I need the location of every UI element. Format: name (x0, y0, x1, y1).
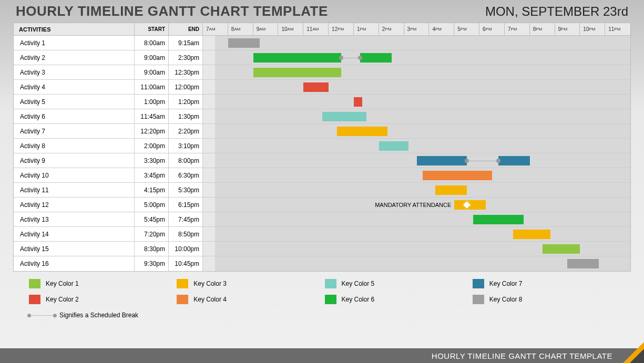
activity-name: Activity 1 (14, 36, 135, 50)
activity-end: 8:50pm (169, 227, 203, 241)
hour-label: 11PM (605, 23, 630, 35)
legend-swatch (177, 295, 188, 304)
hour-label: 6PM (479, 23, 505, 35)
activity-row: Activity 39:00am12:30pm (14, 65, 630, 80)
activity-start: 1:00pm (135, 95, 169, 109)
break-line-icon (29, 315, 55, 316)
activity-bars (203, 168, 630, 182)
gantt-chart: ACTIVITIES START END 7AM8AM9AM10AM11AM12… (13, 23, 631, 272)
activity-start: 8:30pm (135, 242, 169, 256)
activity-bars (203, 95, 630, 109)
activity-row: Activity 611:45am1:30pm (14, 109, 630, 124)
activity-row: Activity 114:15pm5:30pm (14, 183, 630, 198)
activity-row: Activity 103:45pm6:30pm (14, 168, 630, 183)
hour-label: 8PM (530, 23, 555, 35)
activity-row: Activity 93:30pm8:00pm (14, 153, 630, 168)
activity-start: 4:15pm (135, 183, 169, 197)
activity-name: Activity 14 (14, 227, 135, 241)
legend-item: Key Color 3 (177, 279, 319, 288)
activity-start: 11:45am (135, 109, 169, 123)
annotation: MANDATORY ATTENDANCE (375, 202, 454, 208)
activity-row: Activity 29:00am2:30pm (14, 50, 630, 65)
hour-label: 8AM (228, 23, 253, 35)
activity-name: Activity 8 (14, 139, 135, 153)
page-date: MON, SEPTEMBER 23rd (485, 4, 628, 19)
activity-bars (203, 124, 630, 138)
gantt-bar (423, 171, 492, 180)
activity-end: 1:30pm (169, 109, 203, 123)
activity-start: 9:00am (135, 65, 169, 79)
legend-swatch (29, 279, 40, 288)
activity-bars (203, 80, 630, 94)
activity-end: 12:30pm (169, 65, 203, 79)
gantt-bar (253, 68, 341, 77)
legend: Key Color 1Key Color 3Key Color 5Key Col… (29, 279, 615, 304)
activity-end: 2:20pm (169, 124, 203, 138)
gantt-bar (435, 185, 467, 195)
activity-name: Activity 13 (14, 212, 135, 226)
gantt-bar (498, 156, 530, 165)
activity-name: Activity 9 (14, 153, 135, 168)
activity-name: Activity 10 (14, 168, 135, 182)
break-line (467, 161, 498, 161)
hour-label: 3PM (404, 23, 430, 35)
footer: HOURLY TIMELINE GANTT CHART TEMPLATE (0, 348, 644, 363)
activity-bars (203, 153, 630, 168)
hour-label: 9AM (253, 23, 279, 35)
activity-name: Activity 11 (14, 183, 135, 197)
gantt-bar (543, 244, 580, 254)
activity-end: 2:30pm (169, 50, 203, 65)
activity-name: Activity 6 (14, 109, 135, 123)
legend-swatch (325, 295, 336, 304)
break-dot-icon (339, 56, 343, 60)
hour-label: 2PM (379, 23, 404, 35)
legend-label: Key Color 2 (46, 296, 79, 303)
legend-item: Key Color 4 (177, 295, 319, 304)
activity-name: Activity 15 (14, 242, 135, 256)
activity-bars (203, 139, 630, 153)
activity-start: 8:00am (135, 36, 169, 50)
hour-label: 7AM (203, 23, 228, 35)
page-title: HOURLY TIMELINE GANTT CHART TEMPLATE (16, 3, 328, 19)
activity-name: Activity 3 (14, 65, 135, 79)
gantt-bar (513, 230, 551, 239)
hour-label: 4PM (429, 23, 454, 35)
legend-label: Key Color 8 (489, 296, 523, 303)
activity-row: Activity 411:00am12:00pm (14, 80, 630, 95)
activity-start: 2:00pm (135, 139, 169, 153)
activity-bars (203, 212, 630, 226)
activity-start: 5:45pm (135, 212, 169, 226)
activity-row: Activity 125:00pm6:15pmMANDATORY ATTENDA… (14, 198, 630, 212)
hour-label: 5PM (454, 23, 479, 35)
activity-bars: MANDATORY ATTENDANCE (203, 198, 630, 212)
activity-row: Activity 712:20pm2:20pm (14, 124, 630, 139)
activity-row: Activity 158:30pm10:00pm (14, 242, 630, 256)
legend-swatch (325, 279, 336, 288)
activity-start: 3:30pm (135, 153, 169, 168)
legend-swatch (177, 279, 188, 288)
break-note: Signifies a Scheduled Break (29, 312, 615, 319)
break-dot-icon (358, 56, 362, 60)
chart-body: Activity 18:00am9:15amActivity 29:00am2:… (14, 36, 630, 271)
legend-label: Key Color 5 (342, 280, 375, 287)
legend-label: Key Color 1 (46, 280, 79, 287)
activity-start: 7:20pm (135, 227, 169, 241)
activity-start: 12:20pm (135, 124, 169, 138)
legend-swatch (473, 295, 484, 304)
legend-item: Key Color 7 (473, 279, 615, 288)
activity-end: 6:15pm (169, 198, 203, 212)
gantt-bar (473, 215, 524, 224)
activity-name: Activity 16 (14, 256, 135, 271)
activity-name: Activity 5 (14, 95, 135, 109)
activity-name: Activity 2 (14, 50, 135, 65)
gantt-bar (360, 53, 392, 63)
legend-item: Key Color 6 (325, 295, 467, 304)
gantt-bar (567, 259, 599, 268)
activity-start: 11:00am (135, 80, 169, 94)
activity-bars (203, 227, 630, 241)
break-dot-icon (496, 159, 500, 163)
legend-swatch (473, 279, 484, 288)
activity-row: Activity 169:30pm10:45pm (14, 256, 630, 271)
col-activities: ACTIVITIES (14, 23, 135, 35)
legend-label: Key Color 4 (193, 296, 227, 303)
